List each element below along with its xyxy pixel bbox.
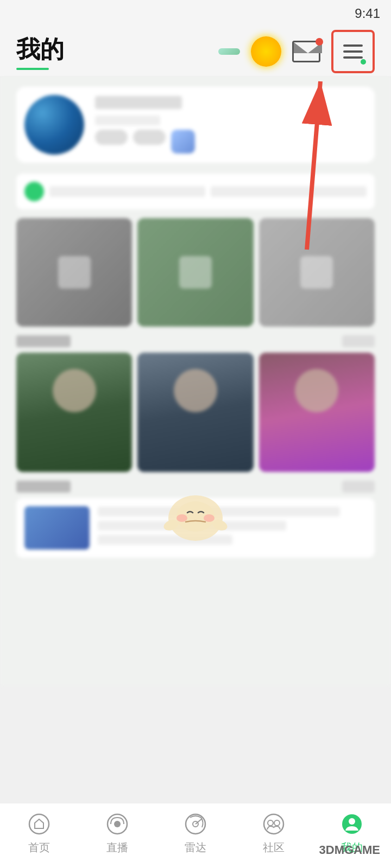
cute-character [163,477,228,542]
grid-item-inner-3 [259,218,375,327]
svg-point-5 [204,514,215,522]
status-bar: 9:41 [0,0,391,27]
profile-badges [95,130,367,154]
header: 我的 [0,27,391,76]
profile-badge-icon [171,130,195,154]
bottom-thumb [24,506,90,550]
grid-thumb-3 [300,256,333,289]
person-face-3 [295,369,338,412]
avatar [24,95,84,155]
bottom-title-bar [16,481,71,493]
stats-row [16,174,375,209]
nav-item-home[interactable]: 首页 [0,811,78,855]
nav-label-radar: 雷达 [185,840,206,855]
grid-thumb-2 [179,256,212,289]
profile-sub-bar [95,116,160,125]
section-more-bar [342,335,375,347]
settings-button[interactable] [331,30,375,73]
watermark: 3DMGAME [319,843,380,857]
community-icon [261,811,287,837]
weather-icon [251,36,281,67]
settings-line-1 [343,44,363,47]
nav-item-community[interactable]: 社区 [235,811,313,855]
cute-character-svg [163,477,228,542]
section-title-bar [16,335,71,347]
svg-point-14 [268,820,273,826]
profile-name-bar [95,96,182,109]
status-time: 9:41 [355,6,380,21]
stat-bar-2 [211,186,367,197]
grid-thumb-1 [58,256,91,289]
page-title: 我的 [16,34,64,70]
svg-point-10 [114,821,121,827]
person-card-2 [137,353,253,472]
grid-item-3 [259,218,375,327]
settings-line-3 [343,56,363,59]
grid-item-inner-1 [16,218,132,327]
profile-badge-1 [95,130,128,145]
profile-badge-2 [133,130,166,145]
settings-line-2 [343,50,363,53]
nav-label-home: 首页 [28,840,50,855]
bottom-nav: 首页 直播 雷达 [0,803,391,868]
grid-item-1 [16,218,132,327]
live-icon [104,811,130,837]
settings-green-dot [361,59,366,65]
bottom-text-lines [98,507,367,549]
svg-point-15 [274,820,280,826]
profile-info [95,96,367,154]
svg-point-13 [264,814,283,834]
persons-grid [16,353,375,472]
person-face-2 [174,369,217,412]
svg-point-4 [176,514,187,522]
person-card-1 [16,353,132,472]
grid-item-inner-2 [137,218,253,327]
svg-point-17 [349,818,355,825]
svg-point-8 [29,814,49,834]
radar-icon [182,811,209,837]
nav-label-community: 社区 [263,840,285,855]
section-header [16,335,375,347]
person-face-1 [53,369,96,412]
stat-bar-1 [49,186,205,197]
nav-label-live: 直播 [106,840,128,855]
profile-section [16,87,375,163]
mine-icon [339,811,365,837]
person-card-3 [259,353,375,472]
spacer [16,566,375,675]
content-grid [16,218,375,327]
home-icon [26,811,52,837]
mail-icon-wrap[interactable] [292,41,320,62]
stats-icon [24,182,44,201]
person-section [16,335,375,472]
bottom-more-bar [342,481,375,493]
blurred-content [0,76,391,686]
header-actions [218,30,375,73]
main-scroll-content [0,76,391,825]
nav-item-live[interactable]: 直播 [78,811,156,855]
grid-item-2 [137,218,253,327]
header-tag [218,48,240,55]
nav-item-radar[interactable]: 雷达 [156,811,235,855]
settings-icon [343,44,363,59]
mail-notification-dot [316,38,323,46]
